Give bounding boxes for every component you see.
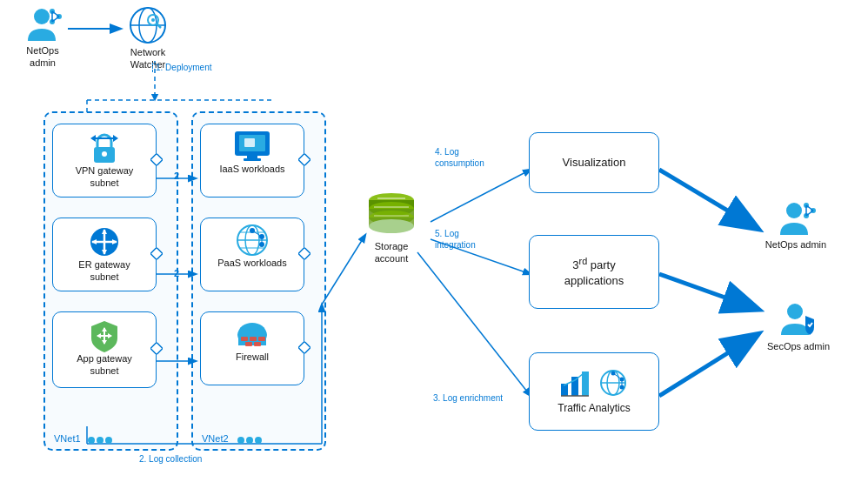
label-2-vpn: 2 [174,171,179,181]
vpn-gateway-label: VPN gatewaysubnet [76,164,134,190]
svg-line-109 [806,211,813,216]
iaas-connector [298,153,310,165]
er-gateway-label: ER gatewaysubnet [78,258,130,284]
secops-admin-label: SecOps admin [767,340,830,352]
svg-point-52 [237,437,244,444]
svg-line-28 [157,23,161,28]
network-watcher-node: Network Watcher [113,4,183,71]
svg-marker-51 [150,343,163,355]
log-enrichment-label: 3. Log enrichment [433,393,503,403]
svg-point-104 [786,203,802,218]
svg-rect-58 [244,158,261,161]
svg-line-108 [806,205,813,211]
app-gateway-box: App gatewaysubnet [52,311,157,388]
svg-rect-79 [245,342,252,346]
svg-point-34 [102,151,107,157]
firewall-icon [234,318,270,351]
svg-marker-71 [298,247,310,259]
svg-rect-59 [244,138,255,147]
app-gateway-connector [150,343,163,355]
firewall-label: Firewall [236,351,269,363]
svg-line-8 [431,170,531,222]
vnet1-icon [87,435,113,445]
third-party-box: 3rd partyapplications [529,235,659,309]
log-collection-label: 2. Log collection [139,454,202,464]
secops-admin-icon [778,300,819,340]
traffic-analytics-box: Traffic Analytics [529,352,659,431]
label-2-er: 2 [174,268,179,278]
svg-marker-60 [298,153,310,165]
er-gateway-icon [87,225,122,258]
vpn-gateway-box: VPN gatewaysubnet [52,124,157,197]
log-consumption-label: 4. Logconsumption [435,146,484,169]
network-watcher-icon [127,4,169,46]
er-gateway-connector [150,247,163,259]
netops-admin-left: NetOps admin [12,4,73,70]
vnet2-icon [237,435,263,445]
traffic-analytics-globe-icon [598,368,629,398]
svg-line-12 [659,274,757,309]
svg-rect-76 [241,337,248,341]
netops-admin-left-label: NetOps admin [12,44,73,70]
svg-point-54 [255,437,262,444]
svg-point-17 [34,9,50,24]
firewall-connector [298,341,310,353]
svg-line-21 [52,11,59,17]
visualization-box: Visualization [529,132,659,193]
svg-point-31 [97,437,103,444]
third-party-label: 3rd partyapplications [564,255,624,288]
storage-account-icon [365,190,417,240]
er-gateway-box: ER gatewaysubnet [52,218,157,291]
storage-account-node: Storageaccount [352,190,431,265]
vnet2-box: VNet2 IaaS workloads [191,111,326,451]
vnet1-label: VNet1 [54,433,81,444]
svg-rect-94 [582,372,589,396]
paas-workloads-box: PaaS workloads [200,218,304,291]
vpn-gateway-icon [87,131,122,164]
iaas-workloads-box: IaaS workloads [200,124,304,197]
netops-admin-right: NetOps admin [761,198,831,251]
netops-admin-left-icon [23,4,63,44]
deployment-label: 1. Deployment [152,63,211,72]
paas-icon [234,224,270,257]
svg-line-11 [659,170,757,228]
svg-line-22 [52,17,59,22]
svg-rect-80 [254,342,261,346]
svg-point-88 [369,219,414,233]
vnet2-label: VNet2 [202,433,229,444]
svg-line-10 [417,252,531,396]
svg-point-29 [151,18,155,22]
netops-admin-right-label: NetOps admin [765,238,826,251]
firewall-box: Firewall [200,311,304,385]
app-gateway-label: App gatewaysubnet [77,352,132,378]
svg-rect-77 [250,337,257,341]
secops-admin-node: SecOps admin [764,300,833,352]
netops-admin-right-icon [775,198,817,238]
visualization-label: Visualization [563,156,626,171]
svg-point-30 [88,437,95,444]
app-gateway-icon [87,319,122,352]
traffic-analytics-chart-icon [559,368,591,398]
svg-point-111 [787,304,803,319]
paas-connector [298,247,310,259]
svg-line-13 [659,335,757,396]
svg-marker-36 [150,153,163,165]
svg-point-53 [246,437,253,444]
svg-marker-81 [298,341,310,353]
paas-label: PaaS workloads [217,257,287,269]
svg-point-32 [105,437,112,444]
svg-marker-44 [150,247,163,259]
svg-rect-78 [258,337,265,341]
svg-line-69 [252,231,262,237]
iaas-icon [232,130,272,163]
log-integration-label: 5. Logintegration [435,228,476,251]
vnet1-box: VNet1 VPN gatewaysubnet [43,111,178,451]
iaas-label: IaaS workloads [219,163,284,175]
storage-account-label: Storageaccount [375,240,409,265]
vpn-gateway-connector [150,153,163,165]
traffic-analytics-label: Traffic Analytics [558,402,630,416]
